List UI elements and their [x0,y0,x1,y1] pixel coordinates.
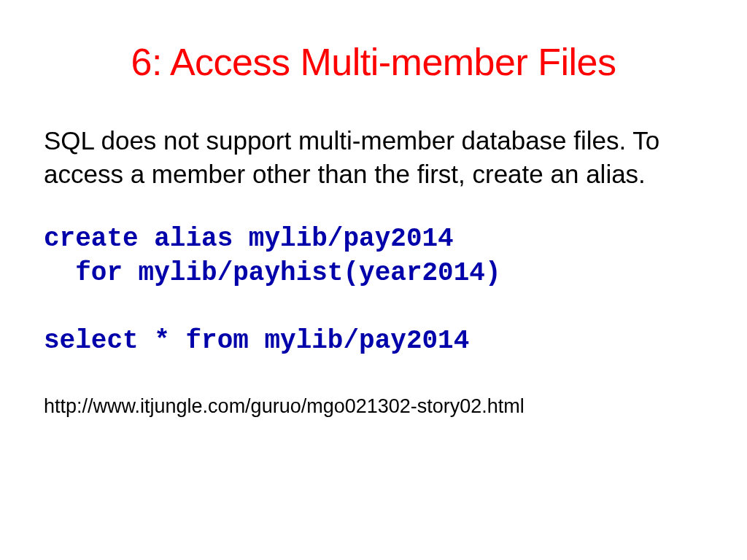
code-block: create alias mylib/pay2014 for mylib/pay… [44,222,703,359]
slide-body-text: SQL does not support multi-member databa… [44,124,703,190]
footer-url: http://www.itjungle.com/guruo/mgo021302-… [44,395,703,418]
slide-title: 6: Access Multi-member Files [44,40,703,84]
